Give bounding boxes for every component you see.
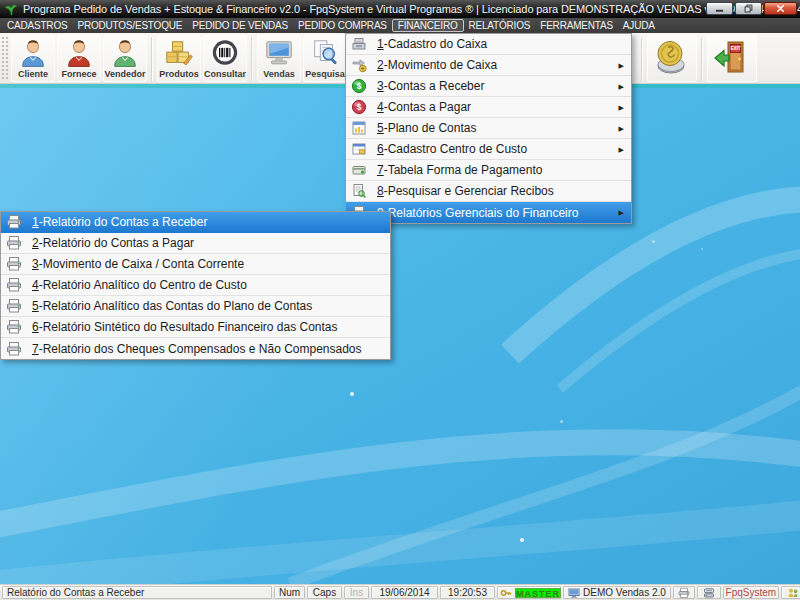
toolbar-separator	[251, 37, 253, 81]
products-boxes-icon	[164, 38, 194, 68]
reports-submenu: 1-Relatório do Contas a Receber2-Relatór…	[0, 211, 391, 360]
financeiro-menu-item-2-movimento-de-caixa[interactable]: 2-Movimento de Caixa▶	[346, 55, 631, 76]
financeiro-menu-item-4-contas-a-pagar[interactable]: $4-Contas a Pagar▶	[346, 97, 631, 118]
reports-submenu-item-5-relatorio-analitico-das-contas-do-plano-de-contas[interactable]: 5-Relatório Analítico das Contas do Plan…	[1, 296, 390, 317]
financeiro-menu-item-8-pesquisar-e-gerenciar-recibos[interactable]: 8-Pesquisar e Gerenciar Recibos	[346, 181, 631, 202]
menubar-item-relatorios[interactable]: RELATÓRIOS	[464, 19, 536, 32]
submenu-arrow-icon: ▶	[619, 62, 624, 69]
reports-submenu-item-7-relatorio-dos-cheques-compensados-e-nao-compensados[interactable]: 7-Relatório dos Cheques Compensados e Nã…	[1, 338, 390, 359]
brand-label: FpqSystem	[726, 587, 777, 598]
submenu-arrow-icon: ▶	[619, 104, 624, 111]
financeiro-menu-item-7-tabela-forma-de-pagamento[interactable]: 7-Tabela Forma de Pagamento	[346, 160, 631, 181]
toolbar-button-pesquisa[interactable]: Pesquisa	[303, 35, 347, 82]
menu-item-label: 7-Relatório dos Cheques Compensados e Nã…	[32, 342, 362, 356]
cost-center-icon	[351, 141, 368, 157]
menu-item-label: 6-Cadastro Centro de Custo	[377, 142, 527, 156]
svg-text:EXIT: EXIT	[730, 46, 740, 51]
printer-icon	[6, 341, 23, 357]
menubar-item-ferramentas[interactable]: FERRAMENTAS	[535, 19, 618, 32]
reports-submenu-item-6-relatorio-sintetico-do-resultado-financeiro-das-contas[interactable]: 6-Relatório Sintético do Resultado Finan…	[1, 317, 390, 338]
close-button[interactable]	[764, 2, 797, 15]
printer-icon	[6, 277, 23, 293]
menu-item-label: 3-Movimento de Caixa / Conta Corrente	[32, 257, 244, 271]
exit-door-icon: EXIT	[712, 38, 752, 78]
reports-submenu-item-4-relatorio-analitico-do-centro-de-custo[interactable]: 4-Relatório Analítico do Centro de Custo	[1, 275, 390, 296]
brand-panel: FpqSystem	[723, 586, 779, 599]
reports-submenu-item-3-movimento-de-caixa-conta-corrente[interactable]: 3-Movimento de Caixa / Conta Corrente	[1, 254, 390, 275]
menu-item-label: 2-Movimento de Caixa	[377, 58, 497, 72]
users-icon	[787, 587, 799, 599]
reports-submenu-item-1-relatorio-do-contas-a-receber[interactable]: 1-Relatório do Contas a Receber	[1, 212, 390, 233]
receipts-search-icon	[351, 183, 368, 199]
num-lock-indicator: Num	[274, 586, 305, 599]
chart-of-accounts-icon	[351, 120, 368, 136]
submenu-arrow-icon: ▶	[619, 125, 624, 132]
supplier-person-icon	[64, 38, 94, 68]
reports-submenu-item-2-relatorio-do-contas-a-pagar[interactable]: 2-Relatório do Contas a Pagar	[1, 233, 390, 254]
wallpaper-sparkle	[701, 248, 703, 250]
printer-icon	[6, 298, 23, 314]
financeiro-dropdown-menu: 1-Cadastro do Caixa2-Movimento de Caixa▶…	[345, 33, 632, 224]
time-panel: 19:20:53	[440, 586, 495, 599]
menu-item-label: 6-Relatório Sintético do Resultado Finan…	[32, 320, 338, 334]
status-message: Relatório do Contas a Receber	[7, 587, 144, 598]
menu-item-label: 4-Relatório Analítico do Centro de Custo	[32, 278, 247, 292]
insert-indicator: Ins	[344, 586, 369, 599]
network-icon	[703, 587, 715, 599]
toolbar-button-fornecedor[interactable]: Fornece	[57, 35, 101, 82]
wallpaper-sparkle	[560, 420, 563, 423]
client-person-icon	[18, 38, 48, 68]
date-panel: 19/06/2014	[371, 586, 438, 599]
menu-item-label: 5-Relatório Analítico das Contas do Plan…	[32, 299, 312, 313]
financeiro-menu-item-5-plano-de-contas[interactable]: 5-Plano de Contas▶	[346, 118, 631, 139]
barcode-search-icon	[210, 38, 240, 68]
printer-icon	[678, 587, 690, 599]
window-title: Programa Pedido de Vendas + Estoque & Fi…	[23, 3, 800, 15]
wallpaper-sparkle	[350, 392, 354, 396]
menu-item-label: 2-Relatório do Contas a Pagar	[32, 236, 194, 250]
menubar-item-ajuda[interactable]: AJUDA	[618, 19, 660, 32]
menu-item-label: 8-Pesquisar e Gerenciar Recibos	[377, 184, 554, 198]
toolbar-button-label: Pesquisa	[305, 69, 345, 79]
financeiro-menu-item-3-contas-a-receber[interactable]: $3-Contas a Receber▶	[346, 76, 631, 97]
menu-item-label: 4-Contas a Pagar	[377, 100, 471, 114]
menubar-item-produtos-estoque[interactable]: PRODUTOS/ESTOQUE	[72, 19, 187, 32]
toolbar-button-sair[interactable]: EXIT	[707, 35, 757, 82]
restore-button[interactable]	[735, 2, 762, 15]
printer-icon	[6, 214, 23, 230]
toolbar-button-produtos[interactable]: Produtos	[157, 35, 201, 82]
wallpaper-sparkle	[652, 240, 655, 243]
toolbar-grip[interactable]	[1, 36, 10, 80]
toolbar-button-financeiro[interactable]	[647, 35, 697, 82]
submenu-arrow-icon: ▶	[619, 209, 624, 216]
menubar-item-financeiro[interactable]: FINANCEIRO	[392, 19, 464, 32]
toolbar-button-vendas[interactable]: Vendas	[257, 35, 301, 82]
wallpaper-sparkle	[520, 538, 524, 542]
toolbar-left-group: ClienteForneceVendedorProdutosConsultarV…	[10, 34, 394, 83]
toolbar-separator	[701, 37, 703, 81]
computer-icon	[568, 587, 580, 599]
payment-method-icon	[351, 162, 368, 178]
toolbar-button-vendedor[interactable]: Vendedor	[103, 35, 147, 82]
caps-lock-indicator: Caps	[307, 586, 342, 599]
toolbar-button-label: Fornece	[61, 69, 96, 79]
menubar-item-pedido-compras[interactable]: PEDIDO COMPRAS	[293, 19, 392, 32]
financeiro-menu-item-1-cadastro-do-caixa[interactable]: 1-Cadastro do Caixa	[346, 34, 631, 55]
minimize-button[interactable]	[706, 2, 733, 15]
toolbar-separator	[641, 37, 643, 81]
toolbar-button-consultar[interactable]: Consultar	[203, 35, 247, 82]
menu-bar: CADASTROSPRODUTOS/ESTOQUEPEDIDO DE VENDA…	[0, 18, 800, 33]
users-status-panel	[781, 586, 800, 599]
toolbar-button-cliente[interactable]: Cliente	[11, 35, 55, 82]
menubar-item-pedido-de-vendas[interactable]: PEDIDO DE VENDAS	[187, 19, 293, 32]
financeiro-menu-item-6-cadastro-centro-de-custo[interactable]: 6-Cadastro Centro de Custo▶	[346, 139, 631, 160]
sales-monitor-icon	[264, 38, 294, 68]
title-bar: Programa Pedido de Vendas + Estoque & Fi…	[0, 0, 800, 18]
toolbar-button-label: Cliente	[18, 69, 48, 79]
menu-item-label: 7-Tabela Forma de Pagamento	[377, 163, 542, 177]
seller-person-icon	[110, 38, 140, 68]
submenu-arrow-icon: ▶	[619, 146, 624, 153]
printer-icon	[6, 319, 23, 335]
printer-status-panel	[673, 586, 695, 599]
menubar-item-cadastros[interactable]: CADASTROS	[2, 19, 72, 32]
